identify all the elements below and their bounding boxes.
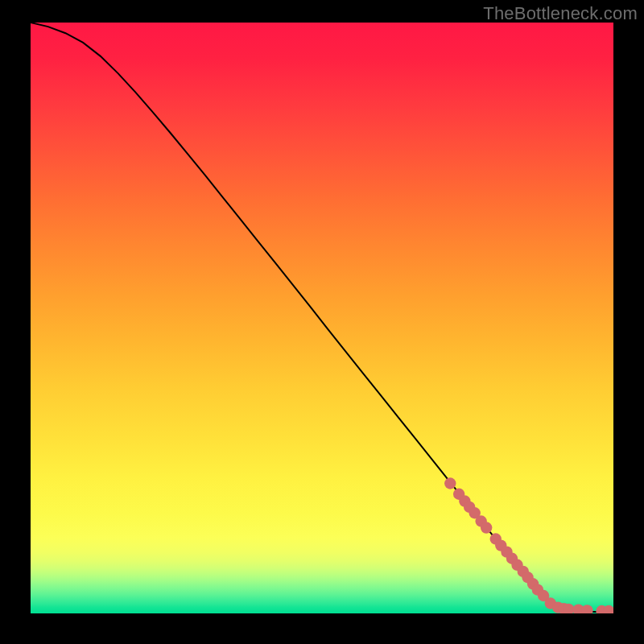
scatter-point: [444, 477, 456, 489]
watermark-label: TheBottleneck.com: [483, 3, 638, 24]
points-group: [444, 477, 613, 613]
scatter-point: [481, 522, 492, 533]
chart-container: TheBottleneck.com: [0, 0, 644, 644]
scatter-point: [581, 605, 592, 613]
scatter-points: [31, 23, 613, 613]
plot-area: [31, 23, 613, 613]
